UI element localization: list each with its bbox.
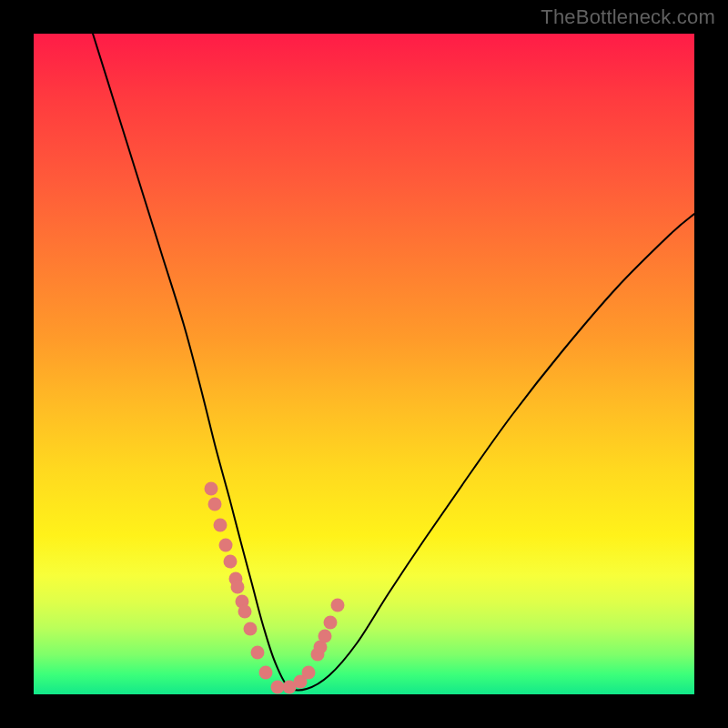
highlight-dot [259, 666, 273, 680]
highlight-dot [231, 581, 245, 594]
highlight-dot [271, 681, 285, 694]
watermark-text: TheBottleneck.com [541, 5, 715, 29]
curve-layer [34, 34, 694, 694]
highlight-dot [224, 555, 238, 569]
plot-area [34, 34, 694, 694]
bottleneck-curve [93, 34, 694, 691]
highlight-dot [318, 630, 332, 643]
highlight-dot [251, 646, 265, 660]
highlight-dot [205, 482, 218, 496]
highlight-dot [238, 605, 252, 619]
highlight-dot [324, 616, 338, 630]
highlight-dot [219, 539, 233, 552]
highlight-dot [214, 519, 228, 532]
highlight-dot [331, 599, 345, 612]
highlight-dot [302, 666, 316, 680]
chart-frame: TheBottleneck.com [0, 0, 728, 728]
highlight-dot [208, 498, 222, 511]
highlight-dot [244, 622, 258, 636]
